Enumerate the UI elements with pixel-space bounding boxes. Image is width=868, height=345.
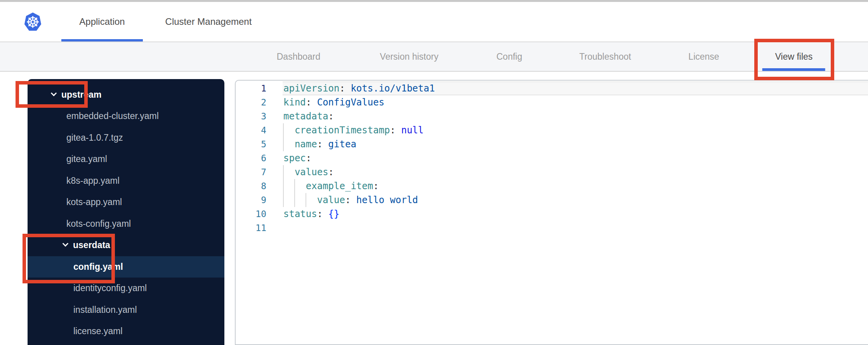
tree-file-gitea-1.0.7.tgz[interactable]: gitea-1.0.7.tgz: [28, 127, 224, 148]
tree-file-gitea.yaml[interactable]: gitea.yaml: [28, 148, 224, 170]
tree-file-embedded-cluster.yaml[interactable]: embedded-cluster.yaml: [28, 105, 224, 127]
indent-guide: [283, 137, 284, 151]
tree-file-identityconfig.yaml[interactable]: identityconfig.yaml: [28, 278, 224, 299]
code-line-4: 4creationTimestamp: null: [236, 123, 868, 137]
subnav-tab-version-history[interactable]: Version history: [372, 42, 446, 71]
line-number: 4: [236, 123, 266, 137]
tree-item-label: upstream: [61, 90, 102, 100]
code-line-5: 5name: gitea: [236, 137, 868, 151]
helm-wheel-glyph: ☸: [26, 14, 40, 30]
code-text: status: {}: [283, 207, 340, 221]
code-text: spec:: [283, 151, 311, 165]
line-number: 10: [236, 207, 266, 221]
code-line-9: 9value: hello world: [236, 193, 868, 207]
line-number: 2: [236, 95, 266, 109]
tree-folder-upstream[interactable]: upstream: [28, 84, 224, 105]
code-text: metadata:: [283, 109, 334, 123]
line-number: 11: [236, 221, 266, 235]
indent-guide: [283, 123, 284, 137]
indent-guide: [306, 193, 306, 207]
tree-item-label: license.yaml: [73, 326, 123, 336]
tree-folder-userdata[interactable]: userdata: [28, 235, 224, 256]
chevron-down-icon[interactable]: [51, 90, 57, 97]
tree-file-k8s-app.yaml[interactable]: k8s-app.yaml: [28, 170, 224, 191]
tree-item-label: gitea-1.0.7.tgz: [66, 133, 123, 143]
line-number: 1: [236, 81, 266, 95]
header-tab-cluster-management[interactable]: Cluster Management: [151, 2, 266, 41]
tree-item-label: installation.yaml: [73, 305, 137, 315]
indent-guide: [294, 179, 295, 193]
file-content-editor[interactable]: 1apiVersion: kots.io/v1beta12kind: Confi…: [235, 80, 868, 345]
subnav-tab-troubleshoot[interactable]: Troubleshoot: [571, 42, 639, 71]
code-line-8: 8example_item:: [236, 179, 868, 193]
subnav-tab-config[interactable]: Config: [489, 42, 530, 71]
tree-file-config.yaml[interactable]: config.yaml: [28, 256, 224, 278]
line-number: 3: [236, 109, 266, 123]
tree-item-label: identityconfig.yaml: [73, 283, 147, 293]
tree-file-installation.yaml[interactable]: installation.yaml: [28, 299, 224, 321]
tree-item-label: config.yaml: [73, 262, 123, 272]
code-line-3: 3metadata:: [236, 109, 868, 123]
code-line-7: 7values:: [236, 165, 868, 179]
code-text: name: gitea: [295, 137, 356, 151]
tree-file-kots-config.yaml[interactable]: kots-config.yaml: [28, 213, 224, 235]
file-tree-sidebar: upstreamembedded-cluster.yamlgitea-1.0.7…: [28, 79, 224, 345]
subnav-tab-dashboard[interactable]: Dashboard: [269, 42, 328, 71]
app-header: ☸ ApplicationCluster Management: [0, 2, 868, 42]
line-number: 5: [236, 137, 266, 151]
line-number: 8: [236, 179, 266, 193]
code-text: example_item:: [306, 179, 379, 193]
kubernetes-logo-icon: ☸: [23, 12, 42, 33]
tree-item-label: gitea.yaml: [66, 154, 107, 164]
header-tab-application[interactable]: Application: [61, 2, 143, 41]
code-line-10: 10status: {}: [236, 207, 868, 221]
line-number: 6: [236, 151, 266, 165]
tree-file-license.yaml[interactable]: license.yaml: [28, 321, 224, 342]
code-text: values:: [295, 165, 334, 179]
code-text: value: hello world: [317, 193, 418, 207]
tree-item-label: k8s-app.yaml: [66, 176, 120, 186]
indent-guide: [283, 193, 284, 207]
code-line-11: 11: [236, 221, 868, 235]
code-line-6: 6spec:: [236, 151, 868, 165]
subnav-tab-license[interactable]: License: [681, 42, 727, 71]
subnav-tab-view-files[interactable]: View files: [767, 42, 821, 71]
tree-item-label: kots-config.yaml: [66, 219, 131, 229]
app-subnav: DashboardVersion historyConfigTroublesho…: [0, 41, 868, 72]
line-number: 7: [236, 165, 266, 179]
indent-guide: [283, 179, 284, 193]
tree-item-label: embedded-cluster.yaml: [66, 111, 159, 121]
code-text: kind: ConfigValues: [283, 95, 384, 109]
tree-item-label: userdata: [73, 240, 110, 250]
tree-item-label: kots-app.yaml: [66, 197, 122, 207]
code-text: creationTimestamp: null: [295, 123, 424, 137]
code-line-1: 1apiVersion: kots.io/v1beta1: [236, 81, 868, 95]
chevron-down-icon[interactable]: [62, 241, 69, 247]
kots-admin-console: ☸ ApplicationCluster Management Dashboar…: [0, 0, 868, 345]
indent-guide: [283, 165, 284, 179]
tree-file-kots-app.yaml[interactable]: kots-app.yaml: [28, 191, 224, 213]
line-number: 9: [236, 193, 266, 207]
code-text: apiVersion: kots.io/v1beta1: [283, 81, 435, 95]
code-line-2: 2kind: ConfigValues: [236, 95, 868, 109]
indent-guide: [294, 193, 295, 207]
